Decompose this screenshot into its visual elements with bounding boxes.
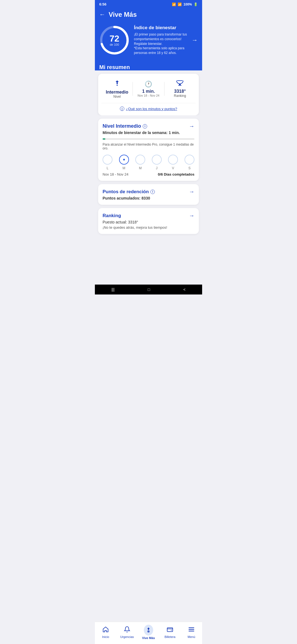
signal-icon: 📶 xyxy=(178,2,182,6)
nivel-minutes: Minutos de bienestar de la semana: 1 min… xyxy=(103,130,194,135)
time-value: 1 min. xyxy=(133,89,164,94)
progress-bar-fill xyxy=(103,138,105,140)
page-title: Vive Más xyxy=(109,11,137,18)
status-time: 6:56 xyxy=(99,2,106,6)
nivel-minutes-label: Minutos de bienestar de la semana: xyxy=(103,130,168,135)
day-label-S: S xyxy=(188,166,191,170)
day-circle-J xyxy=(152,155,162,165)
header: ← Vive Más xyxy=(95,7,202,23)
recent-apps-icon[interactable]: ||| xyxy=(111,287,114,292)
nivel-info-icon[interactable]: i xyxy=(143,124,147,129)
hero-card-description: ¡El primer paso para transformar tus com… xyxy=(134,32,187,55)
day-V: V xyxy=(168,155,178,170)
day-circle-S xyxy=(185,155,194,165)
stat-time: 🕐 1 min. Nov 18 - Nov 24 xyxy=(133,81,164,97)
ranking-title: Ranking xyxy=(103,213,121,219)
progress-bar xyxy=(103,138,194,140)
puntos-title-text: Puntos de redención xyxy=(103,189,149,195)
nivel-footer: Nov 18 - Nov 24 0/6 Días completados xyxy=(103,172,194,176)
day-L: L xyxy=(103,155,112,170)
day-label-V: V xyxy=(172,166,174,170)
svg-rect-4 xyxy=(178,85,182,86)
nivel-card: Nivel Intermedio i → Minutos de bienesta… xyxy=(98,119,199,181)
puntos-label: Puntos acumulados: xyxy=(103,196,141,200)
level-icon xyxy=(101,79,133,89)
day-circle-M2 xyxy=(135,155,145,165)
day-M2: M xyxy=(135,155,145,170)
wellness-score-circle: 72 de 100 xyxy=(99,25,130,55)
nivel-title: Nivel Intermedio i xyxy=(103,123,147,129)
hero-section: 72 de 100 Índice de bienestar ¡El primer… xyxy=(95,23,202,62)
ranking-puesto: Puesto actual: 3318° xyxy=(103,220,194,224)
time-icon: 🕐 xyxy=(133,81,164,88)
ranking-header: Ranking → xyxy=(103,212,194,219)
puntos-info-icon[interactable]: i xyxy=(150,190,155,194)
puntos-title: Puntos de redención i xyxy=(103,189,155,195)
info-link[interactable]: i ¿Qué son los minutos y puntos? xyxy=(101,103,196,111)
nivel-minutes-value: 1 min. xyxy=(169,130,180,135)
day-J: J xyxy=(152,155,162,170)
hero-card-title: Índice de bienestar xyxy=(134,25,187,31)
battery-level: 100% xyxy=(183,2,192,6)
system-bar: ||| □ < xyxy=(95,285,202,294)
ranking-label: Ranking xyxy=(164,94,196,98)
level-label: Nivel xyxy=(101,95,133,99)
back-button[interactable]: ← xyxy=(99,11,105,18)
mi-resumen-label: Mi resumen xyxy=(95,62,202,70)
hero-text: Índice de bienestar ¡El primer paso para… xyxy=(134,25,187,55)
status-bar: 6:56 📶 📶 100% 🔋 xyxy=(95,0,202,7)
puntos-value: Puntos acumulados: 8330 xyxy=(103,196,194,200)
nivel-date-range: Nov 18 - Nov 24 xyxy=(103,172,128,176)
nivel-arrow-button[interactable]: → xyxy=(189,123,194,129)
ranking-icon xyxy=(164,80,196,88)
summary-card: Intermedio Nivel 🕐 1 min. Nov 18 - Nov 2… xyxy=(98,74,199,115)
days-row: L M M J V S xyxy=(103,155,194,170)
battery-icon: 🔋 xyxy=(194,2,198,6)
svg-point-2 xyxy=(117,85,118,86)
day-label-L: L xyxy=(107,166,109,170)
ranking-subtitle: ¡No te quedes atrás, mejora tus tiempos! xyxy=(103,225,194,230)
puntos-number: 8330 xyxy=(142,196,150,200)
summary-stats: Intermedio Nivel 🕐 1 min. Nov 18 - Nov 2… xyxy=(101,79,196,99)
puntos-header: Puntos de redención i → xyxy=(103,189,194,195)
puntos-arrow-button[interactable]: → xyxy=(189,189,194,195)
level-value: Intermedio xyxy=(101,90,133,95)
day-circle-M1 xyxy=(119,155,129,165)
ranking-value: 3318° xyxy=(164,89,196,94)
day-circle-L xyxy=(103,155,112,165)
day-label-J: J xyxy=(156,166,158,170)
ranking-arrow-button[interactable]: → xyxy=(189,212,194,219)
score-number: 72 xyxy=(109,34,119,43)
home-system-icon[interactable]: □ xyxy=(148,287,150,292)
day-S: S xyxy=(185,155,194,170)
info-icon: i xyxy=(120,107,124,111)
stat-level: Intermedio Nivel xyxy=(101,79,133,99)
wifi-icon: 📶 xyxy=(172,2,176,6)
stat-ranking: 3318° Ranking xyxy=(164,80,196,98)
ranking-card: Ranking → Puesto actual: 3318° ¡No te qu… xyxy=(98,208,199,234)
puntos-card: Puntos de redención i → Puntos acumulado… xyxy=(98,184,199,205)
svg-rect-3 xyxy=(179,84,181,85)
ranking-puesto-label: Puesto actual: xyxy=(103,220,127,224)
day-M1: M xyxy=(119,155,129,170)
ranking-puesto-value: 3318° xyxy=(128,220,138,224)
nivel-info-text: Para alcanzar el Nivel Intermedio Pro, c… xyxy=(103,143,194,150)
info-link-text: ¿Qué son los minutos y puntos? xyxy=(126,107,177,111)
day-label-M1: M xyxy=(123,166,125,170)
day-circle-V xyxy=(168,155,178,165)
score-sublabel: de 100 xyxy=(109,43,119,46)
nivel-title-text: Nivel Intermedio xyxy=(103,123,141,129)
back-system-icon[interactable]: < xyxy=(183,287,185,292)
nivel-header: Nivel Intermedio i → xyxy=(103,123,194,129)
content-area: Nivel Intermedio i → Minutos de bienesta… xyxy=(95,115,202,241)
hero-arrow-button[interactable]: → xyxy=(192,37,198,44)
day-label-M2: M xyxy=(139,166,142,170)
time-sublabel: Nov 18 - Nov 24 xyxy=(133,94,164,97)
nivel-completados: 0/6 Días completados xyxy=(158,172,194,176)
